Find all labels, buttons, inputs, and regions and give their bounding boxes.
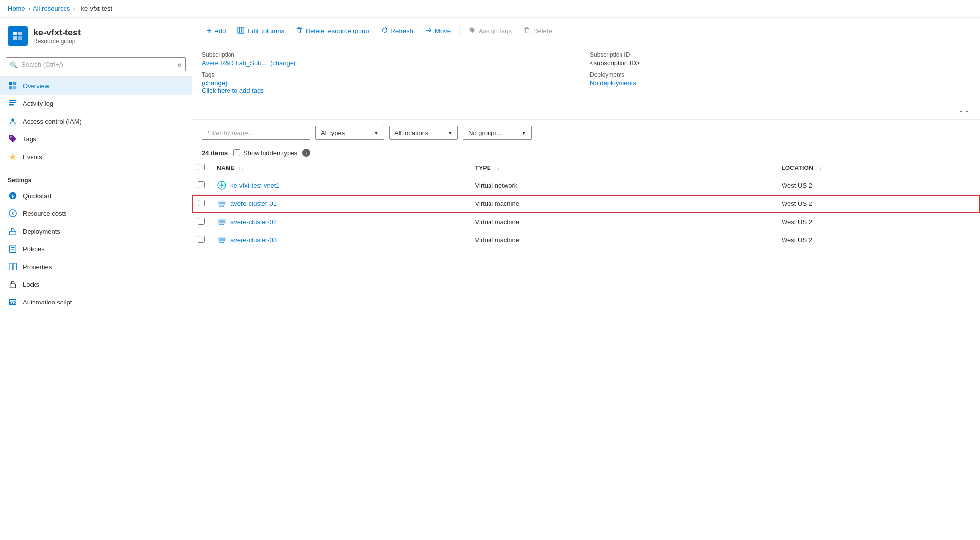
resource-location-cell: West US 2 — [776, 213, 980, 231]
svg-point-11 — [11, 119, 14, 121]
add-icon: + — [207, 26, 211, 35]
hidden-types-container: Show hidden types i — [233, 149, 310, 157]
type-column-header[interactable]: TYPE ↑↓ — [469, 160, 776, 176]
add-tags-link[interactable]: Click here to add tags — [202, 87, 264, 94]
deployments-label: Deployments — [590, 71, 970, 78]
svg-rect-2 — [13, 36, 17, 40]
resource-type-cell: Virtual machine — [469, 213, 776, 231]
move-button[interactable]: Move — [420, 24, 456, 38]
search-input[interactable] — [6, 57, 186, 71]
row-checkbox-cell — [192, 195, 211, 213]
assign-tags-icon — [469, 27, 476, 35]
resource-location-text: West US 2 — [782, 218, 812, 226]
resource-table: NAME ↑↓ TYPE ↑↓ LOCATION ↑↓ — [192, 160, 980, 249]
resource-name-link[interactable]: ke-vfxt-test-vnet1 — [217, 180, 463, 190]
resource-name-link[interactable]: avere-cluster-01 — [217, 199, 463, 208]
svg-rect-0 — [13, 32, 17, 35]
nav-events[interactable]: Events — [0, 148, 192, 166]
svg-rect-10 — [9, 104, 14, 106]
svg-rect-33 — [219, 238, 225, 241]
name-column-header[interactable]: NAME ↑↓ — [211, 160, 469, 176]
nav-events-label: Events — [23, 153, 42, 161]
tags-icon — [8, 134, 18, 144]
type-filter-dropdown[interactable]: All types ▼ — [315, 126, 384, 140]
nav-locks[interactable]: Locks — [0, 275, 192, 293]
grouping-filter-chevron: ▼ — [522, 130, 526, 135]
location-filter-chevron: ▼ — [448, 130, 453, 135]
tags-value: (change) — [202, 79, 582, 87]
row-checkbox[interactable] — [198, 236, 205, 243]
collapse-sidebar-icon[interactable]: « — [177, 60, 182, 69]
activity-log-icon — [8, 99, 18, 108]
delete-resource-group-button[interactable]: Delete resource group — [291, 24, 374, 38]
row-checkbox[interactable] — [198, 200, 205, 206]
resource-name-link[interactable]: avere-cluster-02 — [217, 217, 463, 227]
subscription-id-label: Subscription ID — [590, 51, 970, 58]
refresh-button[interactable]: Refresh — [376, 24, 419, 38]
row-checkbox[interactable] — [198, 218, 205, 225]
select-all-checkbox[interactable] — [198, 164, 205, 170]
svg-rect-16 — [10, 245, 16, 252]
deployments-link[interactable]: No deployments — [590, 79, 636, 87]
resource-type-text: Virtual network — [475, 182, 518, 189]
breadcrumb-all-resources[interactable]: All resources — [33, 5, 70, 12]
grouping-filter-dropdown[interactable]: No groupi... ▼ — [463, 126, 532, 140]
search-icon: 🔍 — [10, 61, 18, 68]
nav-properties[interactable]: Properties — [0, 258, 192, 275]
location-filter-dropdown[interactable]: All locations ▼ — [389, 126, 458, 140]
breadcrumb-home[interactable]: Home — [8, 5, 25, 12]
row-checkbox[interactable] — [198, 181, 205, 188]
nav-quickstart[interactable]: Quickstart — [0, 187, 192, 204]
nav-overview-label: Overview — [23, 82, 49, 90]
tags-label: Tags — [202, 71, 582, 78]
type-filter-chevron: ▼ — [374, 130, 379, 135]
nav-policies[interactable]: Policies — [0, 240, 192, 258]
resource-name-text: avere-cluster-01 — [230, 200, 277, 207]
nav-overview[interactable]: Overview — [0, 77, 192, 95]
name-sort-icon[interactable]: ↑↓ — [238, 166, 244, 171]
filter-by-name-input[interactable] — [202, 126, 310, 140]
edit-columns-icon — [237, 27, 244, 35]
type-sort-icon[interactable]: ↑↓ — [495, 166, 500, 171]
subscription-change-link[interactable]: (change) — [270, 59, 295, 67]
sidebar-header: ke-vfxt-test Resource group — [0, 18, 192, 52]
nav-divider — [0, 168, 192, 168]
show-hidden-types-checkbox[interactable] — [233, 149, 240, 156]
nav-tags[interactable]: Tags — [0, 130, 192, 148]
location-column-header[interactable]: LOCATION ↑↓ — [776, 160, 980, 176]
add-button[interactable]: + Add — [202, 23, 230, 38]
info-icon[interactable]: i — [302, 149, 310, 157]
location-sort-icon[interactable]: ↑↓ — [817, 166, 822, 171]
collapse-info-button[interactable]: ⌃⌃ — [958, 109, 970, 117]
svg-rect-4 — [9, 82, 12, 85]
assign-tags-button[interactable]: Assign tags — [464, 24, 517, 38]
nav-activity-log[interactable]: Activity log — [0, 95, 192, 112]
nav-resource-costs[interactable]: $ Resource costs — [0, 204, 192, 222]
tags-change-link[interactable]: (change) — [202, 79, 227, 87]
settings-section-label: Settings — [0, 170, 192, 187]
nav-deployments[interactable]: Deployments — [0, 222, 192, 240]
toolbar: + Add Edit columns Delete resource group — [192, 18, 980, 43]
breadcrumb: Home › All resources › ke-vfxt-test — [0, 0, 980, 18]
resource-group-name: ke-vfxt-test — [33, 28, 81, 38]
nav-access-control[interactable]: Access control (IAM) — [0, 112, 192, 130]
subscription-link[interactable]: Avere R&D Lab_Sub... — [202, 59, 266, 67]
resource-type-icon — [217, 180, 227, 190]
content-area: + Add Edit columns Delete resource group — [192, 18, 980, 525]
delete-icon — [523, 27, 530, 35]
svg-rect-3 — [18, 36, 22, 40]
resource-type-cell: Virtual machine — [469, 195, 776, 213]
delete-button[interactable]: Delete — [519, 24, 557, 38]
svg-rect-15 — [10, 231, 16, 235]
svg-rect-8 — [9, 100, 16, 101]
svg-rect-20 — [13, 263, 16, 270]
delete-resource-group-icon — [296, 27, 303, 35]
resource-name-text: avere-cluster-03 — [230, 236, 277, 244]
svg-rect-24 — [242, 27, 244, 33]
resource-name-text: avere-cluster-02 — [230, 218, 277, 226]
edit-columns-button[interactable]: Edit columns — [232, 24, 289, 38]
nav-automation-script[interactable]: Automation script — [0, 293, 192, 311]
resource-name-link[interactable]: avere-cluster-03 — [217, 235, 463, 245]
svg-point-27 — [221, 184, 223, 186]
subscription-id-value: <subscription ID> — [590, 59, 970, 67]
